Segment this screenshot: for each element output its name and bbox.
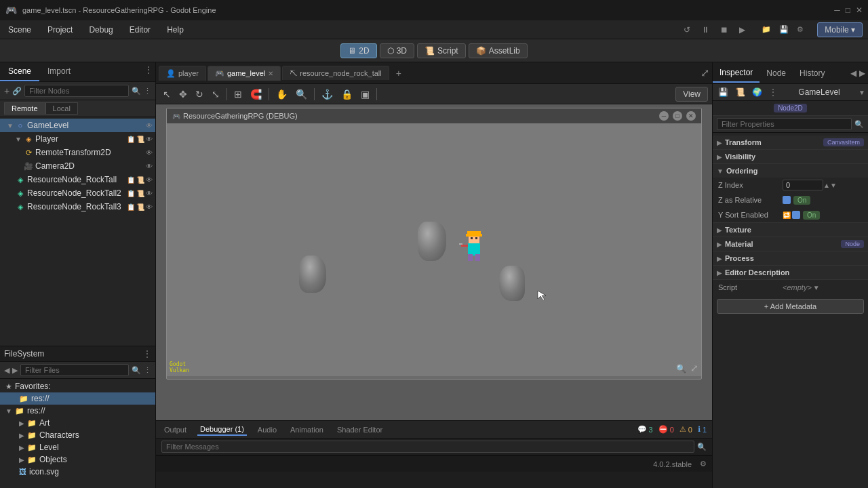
texture-header[interactable]: ▶ Texture xyxy=(713,223,868,237)
filter-files-input[interactable] xyxy=(20,364,129,376)
scene-options-icon[interactable]: ⋮ xyxy=(144,87,151,96)
tab-import[interactable]: Import xyxy=(39,62,79,81)
filter-properties-input[interactable] xyxy=(717,118,852,130)
add-metadata-btn[interactable]: + Add Metadata xyxy=(717,299,864,314)
fs-nav-fwd[interactable]: ▶ xyxy=(12,366,18,375)
zoom-icon-bottom[interactable]: 🔍 xyxy=(676,364,686,373)
visibility-icon-rock3[interactable]: 👁 xyxy=(146,203,153,211)
tab-output[interactable]: Output xyxy=(161,424,189,435)
toolbar-2d-btn[interactable]: 🖥 2D xyxy=(340,43,376,58)
maximize-btn[interactable]: □ xyxy=(846,5,850,15)
filesystem-options[interactable]: ⋮ xyxy=(144,366,151,375)
toolbar-3d-btn[interactable]: ⬡ 3D xyxy=(380,43,414,58)
add-node-btn[interactable]: + xyxy=(4,85,9,96)
inspector-fwd[interactable]: ▶ xyxy=(859,68,865,78)
lock-tool[interactable]: 🔒 xyxy=(338,87,355,101)
debug-close-btn[interactable]: ✕ xyxy=(686,111,696,121)
remote-btn[interactable]: Remote xyxy=(4,102,45,115)
search-icon[interactable]: 🔍 xyxy=(132,87,141,96)
script-dropdown[interactable]: ▼ xyxy=(813,284,820,291)
view-btn[interactable]: View xyxy=(675,87,708,102)
tree-item-gamelevel[interactable]: ▼ ○ GameLevel 👁 xyxy=(0,119,155,132)
menu-project[interactable]: Project xyxy=(45,24,75,36)
menu-editor[interactable]: Editor xyxy=(127,24,153,36)
tree-item-player[interactable]: ▼ ◈ Player 📋 📜 👁 xyxy=(0,132,155,146)
snap-toggle[interactable]: 🧲 xyxy=(248,87,264,101)
tree-item-rock2[interactable]: ◈ ResourceNode_RockTall2 📋 📜 👁 xyxy=(0,186,155,200)
pan-tool[interactable]: ✋ xyxy=(273,87,290,101)
inspector-back[interactable]: ◀ xyxy=(850,68,856,78)
visibility-icon-gamelevel[interactable]: 👁 xyxy=(146,122,153,129)
ordering-header[interactable]: ▼ Ordering xyxy=(713,164,868,178)
scale-tool[interactable]: ⤡ xyxy=(209,87,222,101)
move-tool[interactable]: ✥ xyxy=(176,87,190,101)
toolbar-assetlib-btn[interactable]: 📦 AssetLib xyxy=(469,43,528,58)
fs-item-art[interactable]: ▶ 📁 Art xyxy=(0,417,155,429)
close-btn[interactable]: ✕ xyxy=(856,5,863,15)
pause-btn[interactable]: ⏸ xyxy=(698,24,712,36)
rock1-action-1[interactable]: 📋 xyxy=(127,176,135,184)
visibility-header[interactable]: ▶ Visibility xyxy=(713,150,868,163)
debug-minimize-btn[interactable]: ─ xyxy=(659,111,669,121)
local-btn[interactable]: Local xyxy=(45,102,78,115)
tab-game-level-close[interactable]: ✕ xyxy=(268,70,273,77)
material-header[interactable]: ▶ Material Node xyxy=(713,237,868,251)
inspector-script-btn[interactable]: 📜 xyxy=(732,86,748,98)
rock1-action-2[interactable]: 📜 xyxy=(136,176,144,184)
group-tool[interactable]: ▣ xyxy=(358,87,372,101)
tab-game-level[interactable]: 🎮 game_level ✕ xyxy=(208,66,281,81)
fs-item-objects[interactable]: ▶ 📁 Objects xyxy=(0,453,155,466)
filter-files-icon[interactable]: 🔍 xyxy=(132,366,141,375)
toolbar-script-btn[interactable]: 📜 Script xyxy=(417,43,466,58)
tab-audio[interactable]: Audio xyxy=(255,424,279,435)
rock3-action-1[interactable]: 📋 xyxy=(127,203,135,211)
debug-restore-btn[interactable]: □ xyxy=(673,111,682,121)
mobile-btn[interactable]: Mobile ▾ xyxy=(817,22,863,37)
z-relative-checkbox[interactable] xyxy=(783,196,791,204)
anchor-tool[interactable]: ⚓ xyxy=(319,87,336,101)
rock2-action-1[interactable]: 📋 xyxy=(127,190,135,197)
fs-nav-back[interactable]: ◀ xyxy=(4,366,9,375)
tree-item-camera2d[interactable]: 🎥 Camera2D 👁 xyxy=(0,159,155,173)
z-index-spin-up[interactable]: ▲ xyxy=(823,182,830,189)
inspector-more-btn[interactable]: ⋮ xyxy=(766,86,780,98)
select-tool[interactable]: ↖ xyxy=(160,87,174,101)
inspector-save-btn[interactable]: 💾 xyxy=(715,86,731,98)
grid-toggle[interactable]: ⊞ xyxy=(231,87,245,101)
visibility-icon-transform[interactable]: 👁 xyxy=(146,149,153,157)
zoom-tool[interactable]: 🔍 xyxy=(293,87,310,101)
settings-icon[interactable]: ⚙ xyxy=(700,460,707,468)
minimize-btn[interactable]: ─ xyxy=(834,5,840,15)
tab-player[interactable]: 👤 player xyxy=(159,66,206,81)
visibility-icon-rock2[interactable]: 👁 xyxy=(146,190,153,197)
tab-shader-editor[interactable]: Shader Editor xyxy=(334,424,385,435)
tab-node[interactable]: Node xyxy=(760,64,793,82)
visibility-icon-rock1[interactable]: 👁 xyxy=(146,176,153,184)
filter-nodes-input[interactable] xyxy=(24,85,129,97)
rotate-tool[interactable]: ↻ xyxy=(193,87,206,101)
fs-item-res[interactable]: 📁 res:// xyxy=(0,392,155,405)
tab-history[interactable]: History xyxy=(793,64,831,82)
y-sort-checkbox[interactable] xyxy=(792,211,800,219)
reload-btn[interactable]: ↺ xyxy=(681,24,693,36)
fs-item-res-root[interactable]: ▼ 📁 res:// xyxy=(0,405,155,417)
player-action-1[interactable]: 📋 xyxy=(127,136,135,143)
stop-btn[interactable]: ⏹ xyxy=(717,24,731,36)
scene-panel-menu[interactable]: ⋮ xyxy=(142,62,155,81)
tree-item-rock1[interactable]: ◈ ResourceNode_RockTall 📋 📜 👁 xyxy=(0,173,155,186)
visibility-icon-player[interactable]: 👁 xyxy=(146,136,153,143)
menu-debug[interactable]: Debug xyxy=(86,24,115,36)
filter-messages-icon[interactable]: 🔍 xyxy=(697,443,707,451)
z-index-spin-dn[interactable]: ▼ xyxy=(830,182,837,189)
fs-item-level[interactable]: ▶ 📁 Level xyxy=(0,441,155,453)
expand-btn[interactable]: ⤢ xyxy=(701,66,709,79)
tab-scene[interactable]: Scene xyxy=(0,62,39,81)
tab-inspector[interactable]: Inspector xyxy=(713,64,760,83)
inspector-env-btn[interactable]: 🌍 xyxy=(749,86,765,98)
process-header[interactable]: ▶ Process xyxy=(713,251,868,265)
visibility-icon-camera[interactable]: 👁 xyxy=(146,163,153,170)
menu-scene[interactable]: Scene xyxy=(5,24,34,36)
tab-rock[interactable]: ⛏ resource_node_rock_tall xyxy=(282,66,389,80)
inspector-dropdown[interactable]: ▼ xyxy=(859,89,865,96)
tab-animation[interactable]: Animation xyxy=(288,424,326,435)
